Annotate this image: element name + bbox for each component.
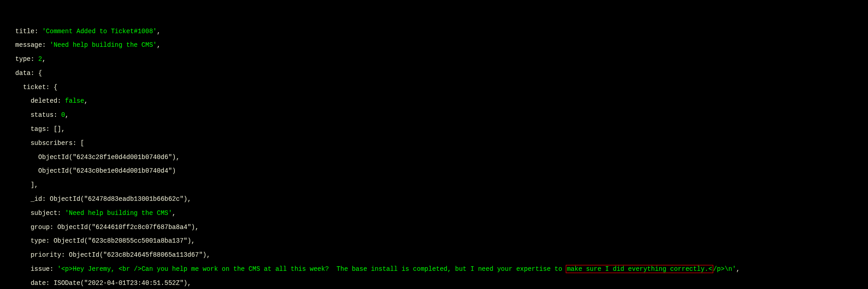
code-line: data: { <box>0 70 868 77</box>
code-line: priority: ObjectId("623c8b24645f88065a11… <box>0 252 868 259</box>
code-line: issue: '<p>Hey Jeremy, <br />Can you hel… <box>0 266 868 273</box>
code-line: status: 0, <box>0 112 868 119</box>
highlight-issue: make sure I did everything correctly.< <box>566 265 713 273</box>
code-line: tags: [], <box>0 126 868 133</box>
code-line: _id: ObjectId("62478d83eadb13001b66b62c"… <box>0 196 868 203</box>
code-line: message: 'Need help building the CMS', <box>0 42 868 49</box>
code-line: group: ObjectId("6244610ff2c8c07f687ba8a… <box>0 224 868 231</box>
code-line: ticket: { <box>0 84 868 91</box>
code-line: title: 'Comment Added to Ticket#1008', <box>0 28 868 35</box>
code-line: subject: 'Need help building the CMS', <box>0 210 868 217</box>
code-line: type: ObjectId("623c8b20855cc5001a8ba137… <box>0 238 868 244</box>
code-line: type: 2, <box>0 56 868 63</box>
code-line: ObjectId("6243c0be1e0d4d001b0740d4") <box>0 168 868 174</box>
code-line: subscribers: [ <box>0 140 868 147</box>
code-line: date: ISODate("2022-04-01T23:40:51.552Z"… <box>0 280 868 287</box>
code-line: ], <box>0 182 868 189</box>
code-line: ObjectId("6243c28f1e0d4d001b0740d6"), <box>0 154 868 161</box>
code-line: deleted: false, <box>0 98 868 105</box>
